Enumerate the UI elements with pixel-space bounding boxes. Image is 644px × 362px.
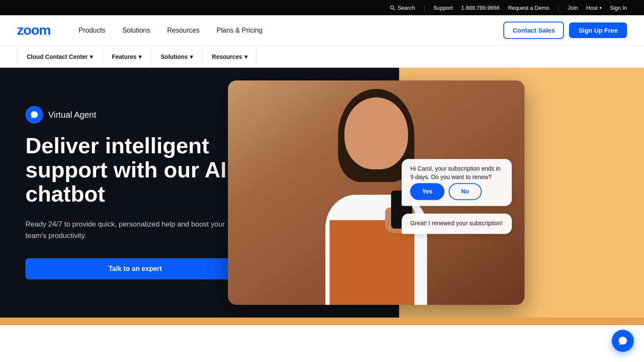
bottom-strip — [0, 318, 644, 325]
contact-sales-button[interactable]: Contact Sales — [503, 22, 564, 39]
host-chevron-icon: ▾ — [600, 6, 602, 10]
sign-in-link[interactable]: Sign In — [610, 5, 627, 11]
virtual-agent-icon — [25, 106, 43, 124]
hero-section: Virtual Agent Deliver intelligent suppor… — [0, 68, 644, 318]
hero-content: Virtual Agent Deliver intelligent suppor… — [0, 68, 644, 318]
nav-plans-pricing[interactable]: Plans & Pricing — [210, 23, 269, 38]
logo-text: zoom — [17, 22, 51, 38]
chat-bubble-question: Hi Carol, your subscription ends in 9 da… — [402, 159, 512, 206]
signup-button[interactable]: Sign Up Free — [569, 22, 627, 38]
support-link[interactable]: Support — [433, 5, 453, 11]
host-menu[interactable]: Host ▾ — [586, 5, 602, 11]
subnav-ccc-chevron-icon: ▾ — [90, 53, 93, 60]
subnav-solutions[interactable]: Solutions ▾ — [151, 46, 203, 68]
nav-links: Products Solutions Resources Plans & Pri… — [72, 23, 504, 38]
chat-bubble-success: Great! I renewed your subscription! — [402, 214, 512, 234]
subnav-features-chevron-icon: ▾ — [139, 53, 142, 60]
join-link[interactable]: Join — [568, 5, 578, 11]
divider-2: | — [558, 5, 559, 11]
host-label: Host — [586, 5, 598, 11]
chat-no-button[interactable]: No — [449, 183, 482, 200]
image-card-inner: Hi Carol, your subscription ends in 9 da… — [228, 80, 525, 305]
nav-products[interactable]: Products — [72, 23, 112, 38]
chat-action-buttons: Yes No — [410, 183, 503, 200]
badge-label: Virtual Agent — [48, 110, 96, 120]
subnav-resources-chevron-icon: ▾ — [244, 53, 247, 60]
nav-resources[interactable]: Resources — [161, 23, 206, 38]
sub-nav: Cloud Contact Center ▾ Features ▾ Soluti… — [0, 46, 644, 68]
request-demo-link[interactable]: Request a Demo — [508, 5, 550, 11]
hero-image-card: Hi Carol, your subscription ends in 9 da… — [228, 80, 525, 305]
virtual-agent-badge: Virtual Agent — [25, 106, 245, 124]
search-icon — [389, 5, 395, 11]
hero-headline: Deliver intelligent support with our AI … — [25, 134, 245, 207]
hero-description: Ready 24/7 to provide quick, personalize… — [25, 218, 229, 241]
phone-number: 1.888.799.9666 — [461, 5, 500, 11]
main-nav: zoom Products Solutions Resources Plans … — [0, 15, 644, 46]
search-label: Search — [397, 5, 415, 11]
top-bar: Search | Support 1.888.799.9666 Request … — [0, 0, 644, 15]
person-face — [344, 97, 408, 169]
search-button[interactable]: Search — [389, 5, 415, 11]
subnav-solutions-chevron-icon: ▾ — [190, 53, 193, 60]
chat-yes-button[interactable]: Yes — [410, 183, 444, 200]
subnav-cloud-contact-center[interactable]: Cloud Contact Center ▾ — [17, 46, 103, 68]
subnav-resources[interactable]: Resources ▾ — [203, 46, 257, 68]
chat-icon — [30, 110, 39, 119]
nav-solutions[interactable]: Solutions — [116, 23, 157, 38]
talk-to-expert-button[interactable]: Talk to an expert — [25, 258, 245, 279]
subnav-features[interactable]: Features ▾ — [103, 46, 151, 68]
divider-1: | — [424, 5, 425, 11]
chat-overlays: Hi Carol, your subscription ends in 9 da… — [402, 159, 512, 234]
nav-actions: Contact Sales Sign Up Free — [503, 22, 627, 39]
hero-visual-column: Hi Carol, your subscription ends in 9 da… — [270, 68, 644, 318]
zoom-logo[interactable]: zoom — [17, 22, 51, 38]
